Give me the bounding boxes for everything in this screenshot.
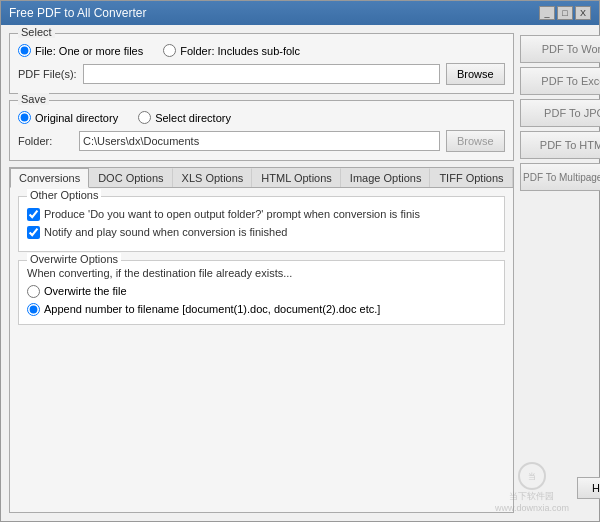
tabs-header: Conversions DOC Options XLS Options HTML… <box>10 168 513 188</box>
select-dir-option[interactable]: Select directory <box>138 111 231 124</box>
overwrite-file-option[interactable]: Overwirte the file <box>27 285 496 298</box>
tab-content-conversions: Other Options Produce 'Do you want to op… <box>10 188 513 512</box>
folder-input[interactable] <box>79 131 440 151</box>
select-label: Select <box>18 26 55 38</box>
folder-radio[interactable] <box>163 44 176 57</box>
checkbox2[interactable] <box>27 226 40 239</box>
close-button[interactable]: X <box>575 6 591 20</box>
tabs-container: Conversions DOC Options XLS Options HTML… <box>9 167 514 513</box>
other-options-label: Other Options <box>27 189 101 201</box>
save-section: Save Original directory Select directory… <box>9 100 514 161</box>
title-bar: Free PDF to All Converter _ □ X <box>1 1 599 25</box>
pdf-file-row: PDF File(s): Browse <box>18 63 505 85</box>
select-dir-label: Select directory <box>155 112 231 124</box>
other-options-group: Other Options Produce 'Do you want to op… <box>18 196 505 252</box>
left-panel: Select File: One or more files Folder: I… <box>9 33 514 513</box>
overwrite-file-radio[interactable] <box>27 285 40 298</box>
help-button[interactable]: Help <box>577 477 600 499</box>
overwrite-options-label: Overwirte Options <box>27 253 121 265</box>
window-title: Free PDF to All Converter <box>9 6 146 20</box>
pdf-file-input[interactable] <box>83 64 440 84</box>
folder-option[interactable]: Folder: Includes sub-folc <box>163 44 300 57</box>
pdf-to-html-button[interactable]: PDF To HTML <box>520 131 600 159</box>
pdf-file-label: PDF File(s): <box>18 68 77 80</box>
overwrite-file-label: Overwirte the file <box>44 285 127 297</box>
select-section: Select File: One or more files Folder: I… <box>9 33 514 94</box>
append-number-radio[interactable] <box>27 303 40 316</box>
tab-tiff[interactable]: TIFF Options <box>430 168 512 187</box>
tab-html[interactable]: HTML Options <box>252 168 341 187</box>
select-dir-radio[interactable] <box>138 111 151 124</box>
pdf-to-excel-button[interactable]: PDF To Excel <box>520 67 600 95</box>
original-dir-label: Original directory <box>35 112 118 124</box>
tab-xls[interactable]: XLS Options <box>173 168 253 187</box>
folder-option-label: Folder: Includes sub-folc <box>180 45 300 57</box>
folder-row: Folder: Browse <box>18 130 505 152</box>
watermark: 当 当下软件园 www.downxia.com <box>495 462 569 513</box>
file-option[interactable]: File: One or more files <box>18 44 143 57</box>
save-radio-row: Original directory Select directory <box>18 111 505 124</box>
tab-conversions[interactable]: Conversions <box>10 168 89 188</box>
append-number-label: Append number to filename [document(1).d… <box>44 303 380 315</box>
help-area: 当 当下软件园 www.downxia.com Help <box>520 462 600 513</box>
save-browse-button[interactable]: Browse <box>446 130 505 152</box>
main-window: Free PDF to All Converter _ □ X Select F… <box>0 0 600 522</box>
pdf-to-jpg-button[interactable]: PDF To JPG <box>520 99 600 127</box>
checkbox1[interactable] <box>27 208 40 221</box>
file-radio[interactable] <box>18 44 31 57</box>
pdf-to-word-button[interactable]: PDF To Word <box>520 35 600 63</box>
checkbox2-row: Notify and play sound when conversion is… <box>27 225 496 239</box>
checkbox1-label: Produce 'Do you want to open output fold… <box>44 207 420 221</box>
pdf-to-tiff-button[interactable]: PDF To Multipage TIFF <box>520 163 600 191</box>
folder-label: Folder: <box>18 135 73 147</box>
overwrite-desc: When converting, if the destination file… <box>27 267 496 279</box>
maximize-button[interactable]: □ <box>557 6 573 20</box>
tab-image[interactable]: Image Options <box>341 168 431 187</box>
tab-doc[interactable]: DOC Options <box>89 168 172 187</box>
original-dir-option[interactable]: Original directory <box>18 111 118 124</box>
minimize-button[interactable]: _ <box>539 6 555 20</box>
select-browse-button[interactable]: Browse <box>446 63 505 85</box>
file-option-label: File: One or more files <box>35 45 143 57</box>
select-radio-row: File: One or more files Folder: Includes… <box>18 44 505 57</box>
overwrite-options-group: Overwirte Options When converting, if th… <box>18 260 505 325</box>
original-dir-radio[interactable] <box>18 111 31 124</box>
checkbox2-label: Notify and play sound when conversion is… <box>44 225 287 239</box>
right-panel: PDF To Word PDF To Excel PDF To JPG PDF … <box>520 33 600 513</box>
main-content: Select File: One or more files Folder: I… <box>1 25 599 521</box>
window-controls: _ □ X <box>539 6 591 20</box>
checkbox1-row: Produce 'Do you want to open output fold… <box>27 207 496 221</box>
append-number-option[interactable]: Append number to filename [document(1).d… <box>27 303 496 316</box>
save-label: Save <box>18 93 49 105</box>
